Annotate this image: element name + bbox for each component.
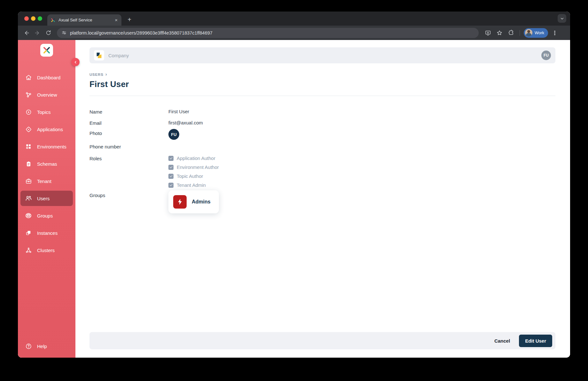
role-option: Tenant Admin xyxy=(168,182,219,188)
new-tab-button[interactable]: + xyxy=(125,15,134,24)
users-icon xyxy=(25,195,32,202)
sidebar-item-tenant[interactable]: Tenant xyxy=(20,173,73,189)
sidebar-item-label: Help xyxy=(37,344,47,349)
field-value-email: first@axual.com xyxy=(168,120,203,125)
role-option-label: Application Author xyxy=(177,155,215,161)
browser-tab[interactable]: Axual Self Service × xyxy=(47,14,121,26)
record-icon xyxy=(25,108,32,115)
tab-strip: Axual Self Service × + xyxy=(18,12,570,26)
role-option-label: Environment Author xyxy=(177,164,219,170)
user-avatar-badge[interactable]: FU xyxy=(541,51,551,60)
menu-kebab-icon[interactable] xyxy=(550,28,560,38)
breadcrumb-users-link[interactable]: USERS xyxy=(89,73,104,76)
cancel-button[interactable]: Cancel xyxy=(489,335,516,347)
sidebar-item-users[interactable]: Users xyxy=(20,191,73,206)
install-icon[interactable] xyxy=(483,28,493,38)
sidebar-help-wrap: Help xyxy=(18,338,75,354)
back-button[interactable] xyxy=(22,28,31,38)
axual-favicon-icon xyxy=(50,18,56,23)
action-bar: Cancel Edit User xyxy=(89,332,555,349)
sidebar-nav: DashboardOverviewTopicsApplicationsEnvir… xyxy=(18,70,75,258)
company-header-bar: Company FU xyxy=(89,47,555,63)
toolbar-right: Work xyxy=(483,28,560,38)
tab-search-button[interactable] xyxy=(558,14,566,23)
sidebar-item-label: Overview xyxy=(37,92,57,98)
sidebar-item-label: Topics xyxy=(37,109,51,115)
role-option-label: Tenant Admin xyxy=(177,182,206,188)
field-label: Name xyxy=(89,109,168,115)
sidebar-item-dashboard[interactable]: Dashboard xyxy=(20,70,73,85)
group-icon xyxy=(25,212,32,219)
field-label: Phone number xyxy=(89,144,168,149)
main-content: Company FU USERS › First User Name First… xyxy=(75,40,570,358)
sidebar-item-instances[interactable]: Instances xyxy=(20,225,73,241)
diamond-icon xyxy=(25,126,32,133)
role-option: Application Author xyxy=(168,155,219,161)
chevron-right-icon: › xyxy=(105,72,107,76)
reload-button[interactable] xyxy=(43,28,53,38)
sidebar-item-label: Environments xyxy=(37,144,66,149)
sidebar-item-label: Applications xyxy=(37,127,63,132)
profile-avatar xyxy=(525,29,532,36)
field-label: Groups xyxy=(89,192,168,198)
url-text: platform.local/governance/users/2899603e… xyxy=(70,30,213,36)
sidebar-item-label: Clusters xyxy=(37,248,55,253)
lightning-icon xyxy=(173,195,187,209)
sidebar-item-label: Tenant xyxy=(37,179,51,184)
field-row-photo: Photo FU xyxy=(89,130,555,140)
home-icon xyxy=(25,74,32,81)
edit-user-button[interactable]: Edit User xyxy=(519,335,552,347)
checkbox-checked-icon[interactable] xyxy=(168,156,174,161)
address-bar[interactable]: platform.local/governance/users/2899603e… xyxy=(57,28,479,38)
help-icon xyxy=(25,343,32,350)
company-name: Company xyxy=(108,53,129,58)
window-controls xyxy=(24,16,42,21)
sidebar-item-environments[interactable]: Environments xyxy=(20,139,73,154)
field-value-name: First User xyxy=(168,109,189,114)
forward-button[interactable] xyxy=(33,28,42,38)
cluster-icon xyxy=(25,247,32,254)
field-row-name: Name First User xyxy=(89,109,555,115)
sidebar-item-overview[interactable]: Overview xyxy=(20,87,73,102)
minimize-window-button[interactable] xyxy=(31,16,35,21)
user-photo-avatar: FU xyxy=(168,129,179,140)
field-row-email: Email first@axual.com xyxy=(89,120,555,126)
tab-close-icon[interactable]: × xyxy=(114,17,118,23)
grid-icon xyxy=(25,143,32,150)
clipboard-icon xyxy=(25,160,32,167)
extensions-icon[interactable] xyxy=(506,28,516,38)
app-root: DashboardOverviewTopicsApplicationsEnvir… xyxy=(18,40,570,358)
sidebar-item-label: Dashboard xyxy=(37,75,60,80)
checkbox-checked-icon[interactable] xyxy=(168,165,174,170)
user-detail-form: Name First User Email first@axual.com Ph… xyxy=(89,109,555,213)
field-label: Photo xyxy=(89,130,168,136)
sidebar-item-help[interactable]: Help xyxy=(20,338,73,354)
group-name: Admins xyxy=(192,199,211,205)
role-option: Environment Author xyxy=(168,164,219,170)
roles-options: Application AuthorEnvironment AuthorTopi… xyxy=(168,155,219,188)
group-card-admins[interactable]: Admins xyxy=(168,190,219,213)
sidebar-item-schemas[interactable]: Schemas xyxy=(20,156,73,171)
checkbox-checked-icon[interactable] xyxy=(168,174,174,179)
checkbox-checked-icon[interactable] xyxy=(168,183,174,188)
close-window-button[interactable] xyxy=(24,16,29,21)
sidebar-item-groups[interactable]: Groups xyxy=(20,208,73,223)
sidebar-item-topics[interactable]: Topics xyxy=(20,104,73,120)
browser-window: Axual Self Service × + platform.local/go… xyxy=(18,12,570,358)
sidebar-item-clusters[interactable]: Clusters xyxy=(20,242,73,258)
sidebar-item-applications[interactable]: Applications xyxy=(20,122,73,137)
role-option-label: Topic Author xyxy=(177,173,203,179)
page-title: First User xyxy=(89,79,555,89)
zoom-window-button[interactable] xyxy=(38,16,42,21)
toolbar-divider xyxy=(520,30,520,36)
instances-icon xyxy=(25,229,32,236)
bookmark-star-icon[interactable] xyxy=(495,28,504,38)
field-row-groups: Groups Admins xyxy=(89,192,555,213)
site-settings-icon[interactable] xyxy=(61,30,67,36)
browser-toolbar: platform.local/governance/users/2899603e… xyxy=(18,26,570,40)
sidebar-item-label: Instances xyxy=(37,230,58,236)
axual-logo-icon[interactable] xyxy=(40,44,53,57)
tab-title: Axual Self Service xyxy=(58,18,111,22)
nodes-icon xyxy=(25,91,32,98)
profile-chip[interactable]: Work xyxy=(524,28,548,38)
